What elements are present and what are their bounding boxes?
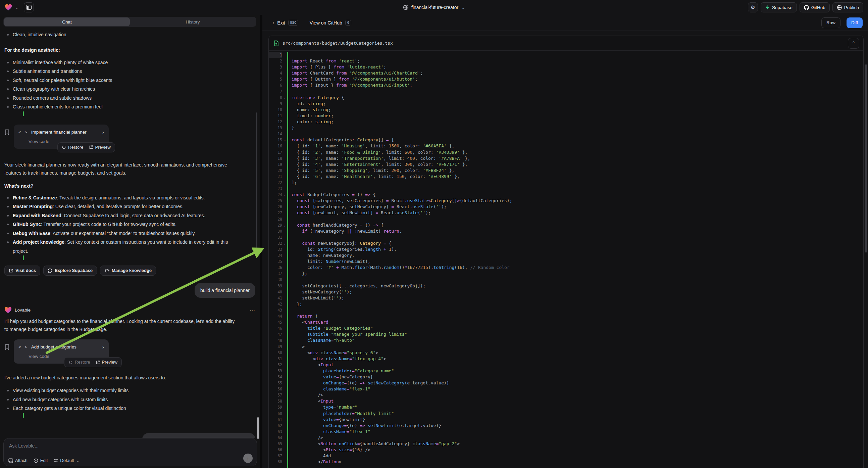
line-number: 29 [269,222,282,228]
edit-button[interactable]: Edit [34,458,48,463]
g-shortcut-badge: G [345,20,351,26]
code-text [287,216,863,222]
project-title[interactable]: financial-future-creator ⌄ [403,0,465,15]
bullet-dot [7,97,9,99]
fold-gutter [282,228,287,234]
line-number: 16 [269,143,282,149]
message-menu-icon[interactable]: ··· [250,306,255,314]
code-line: 29⌄ const handleAddCategory = () => { [269,222,863,228]
fold-gutter [282,149,287,155]
code-scrollbar-thumb[interactable] [865,64,867,253]
line-number: 63 [269,429,282,435]
code-line-filler [269,465,863,468]
bullet-item: Glass-morphic elements for a premium fee… [4,103,255,112]
preview-button[interactable]: Preview [89,144,111,151]
code-line: 35 limit: Number(newLimit), [269,259,863,265]
fold-gutter [282,82,287,88]
code-text: { id: '2', name: 'Food & Dining', limit:… [287,149,863,155]
bullet-item: Clean, intuitive navigation [4,30,255,39]
code-line: 67 Add [269,453,863,459]
code-line: 4import ChartCard from '@/components/ui/… [269,70,863,76]
fold-gutter [282,168,287,174]
code-text: value={newCategory} [287,374,863,380]
fold-gutter [282,447,287,453]
collapse-file-button[interactable]: ⌃ [848,38,859,49]
code-text: return ( [287,313,863,319]
mode-selector[interactable]: Default ⌄ [54,458,80,463]
toggle-sidebar-button[interactable] [24,2,34,12]
code-line: 39 setCategories([...categories, newCate… [269,283,863,289]
code-header: ‹ Exit ESC View on GitHub G Raw Diff [262,15,868,31]
file-added-icon [274,40,279,46]
tab-chat[interactable]: Chat [4,18,130,26]
fold-gutter [282,283,287,289]
fold-gutter [282,319,287,325]
visit-docs-button[interactable]: Visit docs [4,266,40,275]
code-text [287,234,863,240]
composer-input[interactable]: Ask Lovable... [9,443,251,448]
publish-button[interactable]: Publish [832,2,863,12]
bullet-text: Clean typography with clear hierarchies [13,85,95,94]
line-number: 2 [269,58,282,64]
line-number: 9 [269,101,282,107]
chat-scrollbar[interactable] [256,113,257,255]
attach-button[interactable]: Attach [8,458,28,463]
sliders-icon [54,458,58,463]
chat-scrollbar-thumb[interactable] [257,417,259,439]
fold-chevron-icon[interactable]: ⌄ [282,137,287,143]
fold-gutter [282,76,287,82]
bullet-dot [7,408,9,409]
supabase-button[interactable]: Supabase [761,2,797,12]
line-number: 1 [269,52,282,58]
line-number: 48 [269,338,282,344]
fold-chevron-icon[interactable]: ⌄ [282,95,287,101]
file-path-bar[interactable]: src/components/budget/BudgetCategories.t… [269,36,863,51]
project-switcher-chevron-icon[interactable]: ⌄ [15,5,19,10]
code-text: import ChartCard from '@/components/ui/C… [287,70,863,76]
code-text: id: String(categories.length + 1), [287,246,863,253]
code-text: import React from 'react'; [287,58,863,64]
code-line: 57 /> [269,392,863,398]
diff-toggle-button[interactable]: Diff [846,18,863,28]
fold-gutter [282,119,287,125]
github-button[interactable]: GitHub [800,2,830,12]
bookmark-icon[interactable] [4,129,10,135]
fold-chevron-icon[interactable]: ⌄ [282,240,287,246]
restore-button[interactable]: Restore [62,144,84,151]
line-number: 68 [269,459,282,465]
preview-button[interactable]: Preview [96,358,118,366]
bookmark-icon[interactable] [4,344,10,350]
send-button[interactable]: ↑ [243,454,253,463]
line-number: 7 [269,89,282,95]
fold-chevron-icon[interactable]: ⌄ [282,222,287,228]
fold-chevron-icon[interactable]: ⌄ [282,192,287,198]
view-on-github-button[interactable]: View on GitHub G [310,20,351,26]
external-link-icon [96,360,100,364]
version-card-implement-financial-planner[interactable]: < > Implement financial planner › View c… [14,124,109,149]
version-card-add-budget-categories[interactable]: < > Add budget categories › View code Re… [14,340,109,363]
raw-toggle-button[interactable]: Raw [822,18,840,28]
fold-gutter [282,246,287,253]
code-text: { id: '4', name: 'Entertainment', limit:… [287,162,863,168]
tab-history[interactable]: History [130,18,256,26]
fold-gutter [282,459,287,465]
manage-knowledge-button[interactable]: Manage knowledge [100,266,156,275]
code-editor[interactable]: 12import React from 'react';3import { Pl… [269,51,863,468]
exit-button[interactable]: ‹ Exit ESC [273,20,298,26]
lovable-logo-icon[interactable] [5,4,12,11]
fold-gutter [282,143,287,149]
restore-button[interactable]: Restore [68,358,90,366]
code-line: 34 name: newCategory, [269,253,863,259]
fold-gutter [282,64,287,70]
fold-gutter [282,435,287,441]
bullet-item: Refine & Customize: Tweak the design, an… [4,194,255,202]
restore-preview-pill: Restore Preview [57,142,115,152]
line-number: 51 [269,356,282,362]
line-number: 41 [269,295,282,301]
explore-supabase-button[interactable]: Explore Supabase [43,266,97,275]
bullet-text: Add project knowledge: Set key context o… [13,238,234,256]
line-number: 64 [269,435,282,441]
settings-button[interactable]: ⚙ [748,2,758,12]
design-bullet-list: Minimalist interface with plenty of whit… [4,58,255,116]
line-number: 49 [269,344,282,350]
